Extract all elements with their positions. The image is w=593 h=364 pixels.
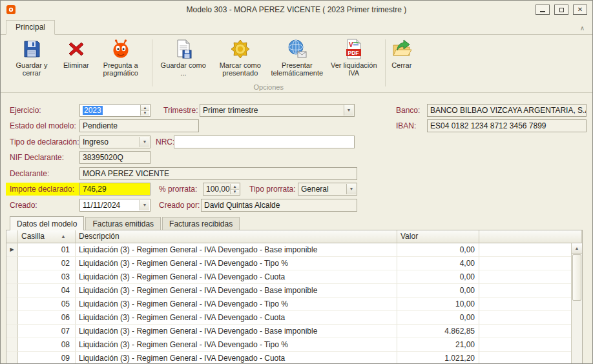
scrollbar-thumb[interactable] — [572, 254, 581, 301]
ask-pragmatico-button[interactable]: Pregunta a pragmático — [92, 37, 149, 79]
declarante-field[interactable]: MORA PEREZ VICENTE — [79, 167, 357, 180]
cell-valor: 0,00 — [397, 243, 479, 257]
cell-valor: 4.862,85 — [397, 325, 479, 338]
mark-presented-button[interactable]: Marcar como presentado — [212, 37, 269, 79]
dropdown-arrow-icon[interactable]: ▼ — [140, 137, 149, 147]
creado-value: 11/11/2024 — [83, 201, 120, 210]
close-button[interactable]: ✕ — [573, 5, 587, 15]
prorrata-input[interactable]: 100,00 ▲▼ — [203, 183, 240, 196]
iban-field[interactable]: ES04 0182 1234 8712 3456 7899 — [427, 119, 587, 132]
button-label: Ver liquidación IVA — [329, 61, 379, 77]
row-indicator — [6, 270, 18, 284]
table-row[interactable]: ▶ 01 Liquidación (3) - Regimen General -… — [6, 243, 582, 257]
column-header-valor[interactable]: Valor — [397, 230, 479, 243]
iban-label: IBAN: — [396, 119, 416, 132]
tipo-prorrata-select[interactable]: General ▼ — [298, 183, 357, 196]
banco-value: BANCO BILBAO VIZCAYA ARGENTARIA, S.A. ( … — [430, 106, 587, 115]
tipo-declaracion-select[interactable]: Ingreso ▼ — [79, 136, 151, 148]
close-folder-icon — [391, 39, 412, 59]
row-indicator-header — [6, 230, 18, 243]
tab-datos-del-modelo[interactable]: Datos del modelo — [10, 216, 84, 230]
maximize-button[interactable] — [554, 5, 568, 15]
window-title: Modelo 303 - MORA PEREZ VICENTE ( 2023 P… — [1, 5, 592, 14]
ribbon-toolbar: Guardar y cerrar Eliminar Pregunta a pra… — [1, 35, 592, 93]
cell-valor: 0,00 — [397, 284, 479, 298]
cell-casilla: 06 — [18, 311, 76, 325]
save-as-icon — [173, 39, 194, 59]
nrc-label: NRC: — [156, 136, 174, 148]
scroll-up-icon[interactable]: ▲ — [572, 243, 582, 254]
tab-principal[interactable]: Principal — [6, 20, 55, 35]
row-indicator — [6, 311, 18, 325]
tab-facturas-recibidas[interactable]: Facturas recibidas — [162, 217, 240, 230]
delete-button[interactable]: Eliminar — [60, 37, 92, 71]
table-row[interactable]: 09 Liquidación (3) - Regimen General - I… — [6, 352, 582, 364]
grid-header: Casilla ▲ Descripción Valor — [6, 230, 582, 243]
dropdown-arrow-icon[interactable]: ▼ — [140, 200, 149, 210]
cell-valor: 4,00 — [397, 257, 479, 270]
nif-label: NIF Declarante: — [10, 151, 64, 164]
table-row[interactable]: 07 Liquidación (3) - Regimen General - I… — [6, 325, 582, 338]
table-row[interactable]: 02 Liquidación (3) - Regimen General - I… — [6, 257, 582, 270]
vertical-scrollbar[interactable]: ▲ — [571, 243, 582, 364]
banco-label: Banco: — [396, 104, 420, 117]
title-bar: Modelo 303 - MORA PEREZ VICENTE ( 2023 P… — [1, 1, 592, 19]
table-row[interactable]: 05 Liquidación (3) - Regimen General - I… — [6, 298, 582, 311]
cell-filler — [479, 352, 582, 364]
maximize-icon — [559, 8, 564, 12]
save-and-close-button[interactable]: Guardar y cerrar — [3, 37, 60, 79]
minimize-button[interactable] — [536, 5, 550, 15]
nrc-input[interactable] — [174, 136, 355, 148]
cell-filler — [479, 257, 582, 270]
cell-valor: 10,00 — [397, 298, 479, 311]
banco-field[interactable]: BANCO BILBAO VIZCAYA ARGENTARIA, S.A. ( … — [427, 104, 587, 117]
dropdown-arrow-icon[interactable]: ▼ — [344, 105, 353, 116]
creado-date-picker[interactable]: 11/11/2024 ▼ — [79, 199, 151, 212]
view-iva-pdf-button[interactable]: V PDF Ver liquidación IVA — [326, 37, 382, 79]
form-area: Ejercicio: 2023 ▲▼ Trimestre: Primer tri… — [1, 93, 592, 216]
creado-label: Creado: — [10, 199, 37, 212]
close-window-button[interactable]: Cerrar — [388, 37, 415, 71]
tipo-declaracion-label: Tipo de declaración: — [10, 136, 79, 148]
present-online-button[interactable]: Presentar telemáticamente — [269, 37, 326, 79]
group-label-opciones: Opciones — [154, 83, 384, 91]
toolbar-group-opciones: Guardar como ... Marcar como presentado — [154, 35, 384, 92]
table-row[interactable]: 08 Liquidación (3) - Regimen General - I… — [6, 338, 582, 352]
cell-filler — [479, 270, 582, 284]
cell-casilla: 03 — [18, 270, 76, 284]
svg-text:PDF: PDF — [348, 50, 359, 56]
toolbar-separator — [385, 39, 386, 86]
row-indicator — [6, 352, 18, 364]
prorrata-spinner[interactable]: ▲▼ — [230, 184, 239, 194]
spin-up-icon: ▲ — [140, 105, 149, 110]
cell-casilla: 08 — [18, 338, 76, 352]
ejercicio-input[interactable]: 2023 ▲▼ — [79, 104, 151, 117]
table-row[interactable]: 04 Liquidación (3) - Regimen General - I… — [6, 284, 582, 298]
tipo-prorrata-label: Tipo prorrata: — [249, 183, 296, 196]
column-header-casilla[interactable]: Casilla ▲ — [18, 230, 76, 243]
estado-field[interactable]: Pendiente — [79, 119, 199, 132]
button-label: Presentar telemáticamente — [271, 61, 323, 77]
importe-field[interactable]: 746,29 — [79, 183, 151, 196]
column-header-descripcion[interactable]: Descripción — [76, 230, 397, 243]
tipo-prorrata-value: General — [301, 185, 329, 194]
cell-casilla: 05 — [18, 298, 76, 311]
button-label: Cerrar — [391, 61, 411, 69]
spin-up-icon: ▲ — [230, 184, 239, 189]
dropdown-arrow-icon[interactable]: ▼ — [346, 184, 356, 194]
cell-valor: 1.021,20 — [397, 352, 479, 364]
cell-descripcion: Liquidación (3) - Regimen General - IVA … — [76, 243, 397, 257]
save-as-button[interactable]: Guardar como ... — [155, 37, 212, 79]
nif-field[interactable]: 38395020Q — [79, 151, 151, 164]
ejercicio-spinner[interactable]: ▲▼ — [140, 105, 149, 116]
trimestre-select[interactable]: Primer trimestre ▼ — [200, 104, 355, 117]
row-indicator — [6, 338, 18, 352]
cell-descripcion: Liquidación (3) - Regimen General - IVA … — [76, 311, 397, 325]
button-label: Guardar y cerrar — [6, 61, 57, 77]
importe-label: Importe declarado: — [10, 183, 74, 196]
tab-facturas-emitidas[interactable]: Facturas emitidas — [85, 217, 161, 230]
table-row[interactable]: 03 Liquidación (3) - Regimen General - I… — [6, 270, 582, 284]
creado-por-field[interactable]: David Quintas Alcalde — [201, 199, 357, 212]
collapse-ribbon-icon[interactable]: ∧ — [577, 25, 587, 34]
table-row[interactable]: 06 Liquidación (3) - Regimen General - I… — [6, 311, 582, 325]
